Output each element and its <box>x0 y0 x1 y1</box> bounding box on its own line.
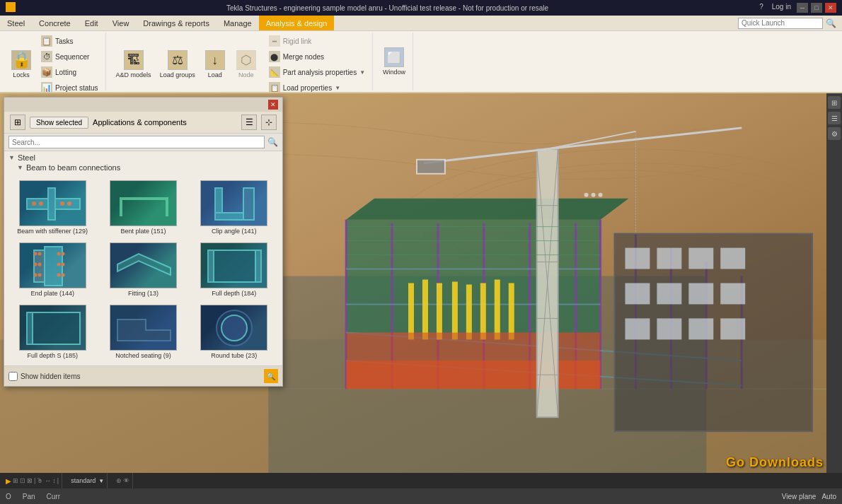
tree-steel-arrow: ▼ <box>8 154 15 161</box>
component-item-beam-stiffener[interactable]: Beam with stiffener (129) <box>8 178 96 238</box>
ribbon-merge-nodes-button[interactable]: ⬤ Merge nodes <box>266 49 368 64</box>
close-button[interactable]: ✕ <box>825 3 836 13</box>
ribbon-node-button[interactable]: ⬡ Node <box>232 49 260 80</box>
statusbar-icon-cursor[interactable]: ⊕ <box>116 477 122 484</box>
svg-rect-28 <box>480 283 486 340</box>
panel-titlebar[interactable]: ✕ <box>4 98 282 112</box>
component-item-full-depth[interactable]: Full depth (184) <box>190 240 278 300</box>
search-icon[interactable]: 🔍 <box>826 18 836 28</box>
svg-point-59 <box>584 193 589 197</box>
show-hidden-checkbox[interactable] <box>8 372 18 381</box>
statusbar-icon-7[interactable]: ↕ <box>52 477 56 484</box>
coords-display: O Pan Curr <box>6 493 60 500</box>
statusbar-icon-1[interactable]: ▶ <box>6 477 11 485</box>
panel-close-button[interactable]: ✕ <box>268 100 278 110</box>
sidebar-icon-2[interactable]: ☰ <box>828 112 841 124</box>
ribbon-project-status-button[interactable]: 📊 Project status <box>38 81 101 93</box>
svg-point-70 <box>67 201 71 206</box>
component-label-round-tube: Round tube (23) <box>211 352 257 360</box>
component-item-bent-plate[interactable]: Bent plate (151) <box>99 178 187 238</box>
tree-beam-arrow: ▼ <box>17 164 23 171</box>
pan-label: Pan <box>23 493 35 500</box>
tree-beam-to-beam[interactable]: ▼ Beam to beam connections <box>8 163 278 172</box>
restore-button[interactable]: □ <box>811 3 822 13</box>
svg-point-84 <box>57 273 60 276</box>
statusbar-view-dropdown[interactable]: standard ▼ <box>68 473 108 488</box>
svg-rect-26 <box>452 282 458 340</box>
component-item-full-depth-s[interactable]: Full depth S (185) <box>8 303 96 362</box>
svg-rect-30 <box>509 283 514 340</box>
sidebar-icon-1[interactable]: ⊞ <box>828 96 841 109</box>
ribbon-ad-models-button[interactable]: 🏗 A&D models <box>113 49 154 80</box>
svg-point-80 <box>38 262 41 266</box>
svg-rect-48 <box>657 248 681 269</box>
ribbon-part-analysis-button[interactable]: 📐 Part analysis properties ▼ <box>266 65 368 79</box>
menu-analysis-design[interactable]: Analysis & design <box>259 16 335 30</box>
ribbon-lotting-button[interactable]: 📦 Lotting <box>38 65 101 79</box>
help-icon[interactable]: ? <box>756 3 766 13</box>
statusbar-icons-2: ⊕ 👁 <box>113 473 133 488</box>
ribbon-load-properties-button[interactable]: 📋 Load properties ▼ <box>266 81 368 93</box>
ribbon-window-button[interactable]: ⬜ Window <box>380 46 408 77</box>
ribbon-sequencer-button[interactable]: ⏱ Sequencer <box>38 49 101 64</box>
statusbar-icon-eye[interactable]: 👁 <box>123 477 129 484</box>
menu-concrete[interactable]: Concrete <box>32 16 78 30</box>
svg-point-78 <box>33 273 37 276</box>
menu-bar: Steel Concrete Edit View Drawings & repo… <box>0 16 842 31</box>
title-bar-left <box>6 2 18 13</box>
show-hidden-label[interactable]: Show hidden items <box>8 372 81 381</box>
x-coord-label: O <box>6 493 11 500</box>
component-thumb-fitting <box>110 242 177 288</box>
window-controls[interactable]: ? Log in ─ □ ✕ <box>756 3 836 13</box>
svg-rect-49 <box>688 248 713 269</box>
statusbar-icon-2[interactable]: ⊞ <box>13 477 18 484</box>
component-item-end-plate[interactable]: End plate (144) <box>8 240 96 300</box>
svg-point-81 <box>38 273 41 276</box>
menu-steel[interactable]: Steel <box>0 16 32 30</box>
tree-beam-label: Beam to beam connections <box>26 163 120 172</box>
panel-search-icon[interactable]: 🔍 <box>265 137 278 147</box>
svg-rect-73 <box>243 188 254 220</box>
panel-action-button[interactable]: 🔍 <box>264 369 278 383</box>
svg-rect-58 <box>720 318 745 339</box>
component-label-beam-stiffener: Beam with stiffener (129) <box>17 228 88 235</box>
sidebar-icon-3[interactable]: ⚙ <box>828 127 841 140</box>
svg-rect-44 <box>417 160 445 174</box>
minimize-button[interactable]: ─ <box>797 3 808 13</box>
component-label-bent-plate: Bent plate (151) <box>120 228 166 235</box>
ribbon-locks-button[interactable]: 🔒 Locks <box>7 49 35 80</box>
statusbar-toolbar: ▶ ⊞ ⊡ ⊠ | 🖱 ↔ ↕ | <box>3 473 62 488</box>
statusbar-icon-4[interactable]: ⊠ <box>27 477 33 484</box>
quick-launch-area: 🔍 <box>738 16 842 30</box>
component-item-round-tube[interactable]: Round tube (23) <box>190 303 278 362</box>
menu-manage[interactable]: Manage <box>217 16 259 30</box>
component-item-fitting[interactable]: Fitting (13) <box>99 240 187 300</box>
statusbar-separator: | <box>34 477 35 484</box>
panel-show-selected-button[interactable]: Show selected <box>30 117 88 129</box>
statusbar-icon-3[interactable]: ⊡ <box>20 477 25 484</box>
svg-rect-52 <box>657 283 681 305</box>
tree-steel[interactable]: ▼ Steel <box>8 153 278 163</box>
ribbon-analysis-right: ━ Rigid link ⬤ Merge nodes 📐 Part analys… <box>263 34 368 93</box>
menu-edit[interactable]: Edit <box>78 16 105 30</box>
panel-list-view-button[interactable]: ☰ <box>241 115 257 130</box>
ribbon-load-groups-button[interactable]: ⚖ Load groups <box>157 49 198 80</box>
component-item-notched-seating[interactable]: Notched seating (9) <box>99 303 187 362</box>
svg-rect-23 <box>408 283 414 340</box>
svg-rect-55 <box>625 318 650 339</box>
quick-launch-input[interactable] <box>738 18 823 29</box>
component-label-end-plate: End plate (144) <box>30 290 74 298</box>
ribbon-rigid-link-button[interactable]: ━ Rigid link <box>266 34 368 48</box>
panel-options-button[interactable]: ⊹ <box>261 115 277 130</box>
ribbon-load-button[interactable]: ↓ Load <box>201 49 229 80</box>
ribbon-tasks-button[interactable]: 📋 Tasks <box>38 34 101 48</box>
menu-view[interactable]: View <box>105 16 137 30</box>
svg-point-68 <box>39 201 43 206</box>
login-button[interactable]: Log in <box>769 3 794 13</box>
statusbar-icon-6[interactable]: ↔ <box>45 477 51 484</box>
panel-search-input[interactable] <box>8 136 265 148</box>
panel-grid-view-button[interactable]: ⊞ <box>10 115 25 130</box>
menu-drawings-reports[interactable]: Drawings & reports <box>136 16 217 30</box>
statusbar-icon-5[interactable]: 🖱 <box>37 477 43 484</box>
component-item-clip-angle[interactable]: Clip angle (141) <box>190 178 278 238</box>
